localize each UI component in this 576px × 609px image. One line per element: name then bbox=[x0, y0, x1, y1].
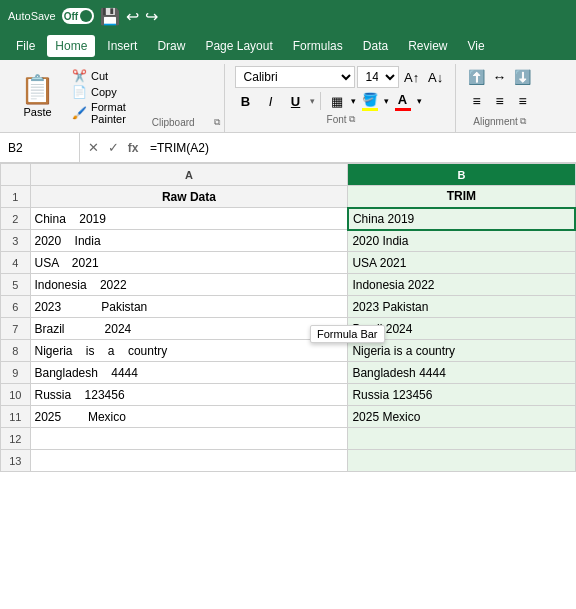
cell-a8[interactable]: Nigeria is a country bbox=[30, 340, 348, 362]
cell-a10[interactable]: Russia 123456 bbox=[30, 384, 348, 406]
align-left-button[interactable]: ≡ bbox=[466, 90, 488, 112]
fill-color-button[interactable]: 🪣 bbox=[359, 90, 381, 112]
cell-b2[interactable]: China 2019 bbox=[348, 208, 575, 230]
menu-draw[interactable]: Draw bbox=[149, 35, 193, 57]
col-header-a[interactable]: A bbox=[30, 164, 348, 186]
redo-icon[interactable]: ↪ bbox=[145, 7, 158, 26]
alignment-group: ⬆️ ↔️ ⬇️ ≡ ≡ ≡ Alignment ⧉ bbox=[458, 64, 542, 132]
table-row: 4 USA 2021 USA 2021 bbox=[1, 252, 576, 274]
align-center-button[interactable]: ≡ bbox=[489, 90, 511, 112]
table-row: 3 2020 India 2020 India bbox=[1, 230, 576, 252]
table-row: 5 Indonesia 2022 Indonesia 2022 bbox=[1, 274, 576, 296]
spreadsheet: A B 1 Raw Data TRIM 2 China 2019 China 2… bbox=[0, 163, 576, 472]
font-size-select[interactable]: 14 bbox=[357, 66, 399, 88]
cell-b4[interactable]: USA 2021 bbox=[348, 252, 575, 274]
font-grow-button[interactable]: A↑ bbox=[401, 66, 423, 88]
table-row: 10 Russia 123456 Russia 123456 bbox=[1, 384, 576, 406]
bold-button[interactable]: B bbox=[235, 90, 257, 112]
col-header-b[interactable]: B bbox=[348, 164, 575, 186]
confirm-formula-icon[interactable]: ✓ bbox=[104, 139, 122, 157]
align-bottom-button[interactable]: ⬇️ bbox=[512, 66, 534, 88]
cell-a13[interactable] bbox=[30, 450, 348, 472]
cell-a6[interactable]: 2023 Pakistan bbox=[30, 296, 348, 318]
cell-b1[interactable]: TRIM bbox=[348, 186, 575, 208]
row-num-2: 2 bbox=[1, 208, 31, 230]
cancel-formula-icon[interactable]: ✕ bbox=[84, 139, 102, 157]
font-color-button[interactable]: A bbox=[392, 90, 414, 112]
underline-dropdown-icon[interactable]: ▾ bbox=[310, 96, 315, 106]
cell-a2[interactable]: China 2019 bbox=[30, 208, 348, 230]
cell-b12[interactable] bbox=[348, 428, 575, 450]
autosave-label: AutoSave bbox=[8, 10, 56, 22]
cell-b5[interactable]: Indonesia 2022 bbox=[348, 274, 575, 296]
row-num-10: 10 bbox=[1, 384, 31, 406]
font-name-select[interactable]: Calibri bbox=[235, 66, 355, 88]
cell-b3[interactable]: 2020 India bbox=[348, 230, 575, 252]
paste-button[interactable]: 📋 Paste bbox=[12, 66, 63, 128]
cell-a3[interactable]: 2020 India bbox=[30, 230, 348, 252]
row-num-5: 5 bbox=[1, 274, 31, 296]
menu-insert[interactable]: Insert bbox=[99, 35, 145, 57]
insert-function-icon[interactable]: fx bbox=[124, 139, 142, 157]
formula-bar: B2 ✕ ✓ fx Formula Bar bbox=[0, 133, 576, 163]
align-top-button[interactable]: ⬆️ bbox=[466, 66, 488, 88]
cut-button[interactable]: ✂️ Cut bbox=[69, 68, 129, 84]
font-expand-icon[interactable]: ⧉ bbox=[349, 114, 355, 125]
separator-1 bbox=[320, 92, 321, 110]
align-right-button[interactable]: ≡ bbox=[512, 90, 534, 112]
cut-icon: ✂️ bbox=[72, 69, 87, 83]
menu-pagelayout[interactable]: Page Layout bbox=[197, 35, 280, 57]
paste-icon: 📋 bbox=[20, 76, 55, 104]
title-bar-left: AutoSave Off 💾 ↩ ↪ bbox=[8, 7, 158, 26]
undo-icon[interactable]: ↩ bbox=[126, 7, 139, 26]
copy-button[interactable]: 📄 Copy bbox=[69, 84, 129, 100]
save-icon[interactable]: 💾 bbox=[100, 7, 120, 26]
clipboard-label: Clipboard bbox=[133, 117, 214, 128]
clipboard-actions: ✂️ Cut 📄 Copy 🖌️ Format Painter bbox=[65, 66, 133, 128]
cell-reference-box[interactable]: B2 bbox=[0, 133, 80, 162]
underline-button[interactable]: U bbox=[285, 90, 307, 112]
clipboard-group: 📋 Paste ✂️ Cut 📄 Copy 🖌️ Format Painter bbox=[8, 64, 225, 132]
cell-a5[interactable]: Indonesia 2022 bbox=[30, 274, 348, 296]
align-middle-button[interactable]: ↔️ bbox=[489, 66, 511, 88]
formula-input[interactable] bbox=[146, 133, 576, 162]
format-painter-button[interactable]: 🖌️ Format Painter bbox=[69, 100, 129, 126]
font-color-dropdown-icon[interactable]: ▾ bbox=[417, 96, 422, 106]
cell-b6[interactable]: 2023 Pakistan bbox=[348, 296, 575, 318]
clipboard-expand-icon[interactable]: ⧉ bbox=[214, 117, 220, 128]
table-row: 2 China 2019 China 2019 bbox=[1, 208, 576, 230]
cell-a7[interactable]: Brazil 2024 bbox=[30, 318, 348, 340]
menu-file[interactable]: File bbox=[8, 35, 43, 57]
cell-a4[interactable]: USA 2021 bbox=[30, 252, 348, 274]
alignment-expand-icon[interactable]: ⧉ bbox=[520, 116, 526, 127]
cell-a12[interactable] bbox=[30, 428, 348, 450]
font-color-indicator bbox=[395, 108, 411, 111]
autosave-toggle[interactable]: Off bbox=[62, 8, 94, 24]
italic-button[interactable]: I bbox=[260, 90, 282, 112]
ribbon: 📋 Paste ✂️ Cut 📄 Copy 🖌️ Format Painter bbox=[0, 60, 576, 133]
cell-b9[interactable]: Bangladesh 4444 bbox=[348, 362, 575, 384]
fill-dropdown-icon[interactable]: ▾ bbox=[384, 96, 389, 106]
cell-b11[interactable]: 2025 Mexico bbox=[348, 406, 575, 428]
autosave-state: Off bbox=[64, 11, 78, 22]
table-row: 12 bbox=[1, 428, 576, 450]
cell-b13[interactable] bbox=[348, 450, 575, 472]
table-row: 6 2023 Pakistan 2023 Pakistan bbox=[1, 296, 576, 318]
table-row: 11 2025 Mexico 2025 Mexico bbox=[1, 406, 576, 428]
format-painter-icon: 🖌️ bbox=[72, 106, 87, 120]
cell-a9[interactable]: Bangladesh 4444 bbox=[30, 362, 348, 384]
cell-b10[interactable]: Russia 123456 bbox=[348, 384, 575, 406]
menu-review[interactable]: Review bbox=[400, 35, 455, 57]
cell-a11[interactable]: 2025 Mexico bbox=[30, 406, 348, 428]
title-bar: AutoSave Off 💾 ↩ ↪ bbox=[0, 0, 576, 32]
border-button[interactable]: ▦ bbox=[326, 90, 348, 112]
menu-home[interactable]: Home bbox=[47, 35, 95, 57]
menu-data[interactable]: Data bbox=[355, 35, 396, 57]
formula-icons: ✕ ✓ fx bbox=[80, 139, 146, 157]
menu-view[interactable]: Vie bbox=[460, 35, 493, 57]
border-dropdown-icon[interactable]: ▾ bbox=[351, 96, 356, 106]
cell-a1[interactable]: Raw Data bbox=[30, 186, 348, 208]
menu-formulas[interactable]: Formulas bbox=[285, 35, 351, 57]
font-shrink-button[interactable]: A↓ bbox=[425, 66, 447, 88]
row-num-6: 6 bbox=[1, 296, 31, 318]
